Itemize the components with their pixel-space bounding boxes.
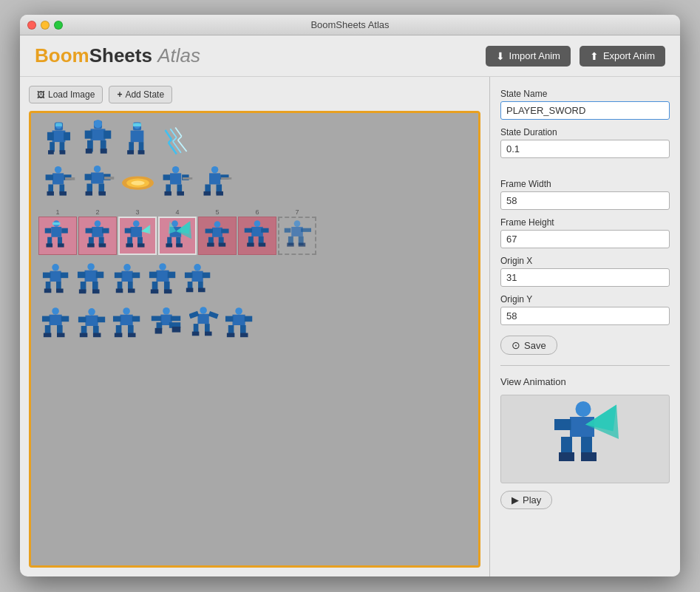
frame-6-box[interactable] [238,217,276,255]
frame-5-box[interactable] [198,217,237,255]
svg-rect-137 [85,270,98,281]
frame-1-wrapper: 1 [38,208,77,255]
svg-rect-119 [261,228,268,232]
svg-rect-169 [50,314,62,324]
svg-rect-220 [559,452,574,461]
frame-1-box[interactable] [38,217,77,255]
sprite-sheet: 1 [31,113,478,565]
left-panel: 🖼 Load Image + Add State [20,77,489,576]
frame-width-input[interactable] [500,191,670,210]
svg-rect-196 [155,328,163,334]
svg-rect-7 [64,132,70,140]
frame-width-label: Frame Width [500,179,670,189]
export-anim-button[interactable]: ⬆ Export Anim [580,46,665,67]
svg-rect-80 [45,228,52,233]
svg-rect-150 [115,272,123,278]
svg-point-192 [163,307,170,315]
svg-rect-166 [185,272,193,278]
app-logo: BoomSheets Atlas [35,44,200,67]
save-button[interactable]: ⊙ Save [500,336,557,355]
app-header: BoomSheets Atlas ⬇ Import Anim ⬆ Export … [20,35,680,77]
frame-6-number: 6 [255,208,259,216]
load-image-button[interactable]: 🖼 Load Image [29,86,103,103]
svg-rect-183 [98,316,106,322]
logo-atlas: Atlas [157,44,200,67]
add-state-button[interactable]: + Add State [109,86,172,103]
window-controls [27,21,63,30]
svg-rect-199 [171,316,180,321]
svg-point-136 [87,263,95,271]
svg-rect-71 [217,191,223,196]
play-button[interactable]: ▶ Play [500,491,552,509]
svg-rect-221 [581,452,597,461]
close-btn[interactable] [27,21,36,30]
sprite-2-0 [41,262,72,299]
svg-point-56 [131,180,144,185]
svg-rect-46 [91,172,103,183]
svg-rect-197 [172,327,181,333]
frame-3-number: 3 [135,208,139,216]
logo-sheets: Sheets [89,44,152,67]
sprite-3-4 [189,307,220,344]
svg-rect-51 [85,174,92,180]
svg-rect-177 [85,315,98,325]
sprite-row-2 [37,262,214,299]
svg-rect-125 [299,242,306,246]
minimize-btn[interactable] [41,21,50,30]
sprite-0-0 [41,119,76,160]
origin-y-input[interactable] [500,307,670,325]
svg-rect-11 [90,129,105,140]
load-image-label: Load Image [48,89,95,100]
frame-2-box[interactable] [78,217,117,255]
svg-rect-41 [60,191,67,196]
svg-rect-82 [52,222,60,225]
svg-point-36 [55,166,61,172]
state-name-input[interactable] [500,101,670,120]
sprite-3-2 [112,307,143,344]
svg-point-18 [94,120,102,128]
svg-rect-185 [120,314,133,324]
svg-rect-53 [104,177,114,180]
canvas-area[interactable]: 1 [29,111,480,568]
svg-rect-174 [42,316,50,321]
frame-7-sprite [283,220,311,252]
svg-rect-61 [164,191,171,196]
svg-rect-15 [101,149,107,154]
titlebar: BoomSheets Atlas [20,15,680,35]
svg-rect-87 [87,243,95,247]
svg-rect-9 [55,123,62,126]
svg-point-152 [159,263,166,271]
svg-rect-73 [221,177,231,180]
svg-rect-167 [203,272,211,278]
svg-rect-5 [60,150,66,154]
origin-x-input[interactable] [500,268,670,287]
frame-3-box[interactable] [118,217,157,255]
sprite-1-2 [159,165,195,201]
svg-rect-14 [86,149,92,154]
frame-1-number: 1 [55,208,59,216]
frame-7-box[interactable] [278,217,316,255]
frame-4-box[interactable] [158,217,197,255]
svg-rect-70 [203,191,210,196]
svg-rect-65 [183,177,192,180]
svg-rect-105 [212,228,222,237]
svg-rect-153 [156,270,169,281]
svg-line-28 [169,140,171,143]
frame-5-number: 5 [215,208,219,216]
svg-rect-6 [47,132,54,140]
frame-height-input[interactable] [500,230,670,248]
svg-point-45 [94,166,101,172]
state-name-group: State Name [500,89,670,120]
svg-rect-96 [137,243,145,247]
sprite-2-3 [148,262,179,299]
svg-point-176 [88,308,95,316]
svg-rect-124 [287,242,294,246]
import-anim-button[interactable]: ⬇ Import Anim [486,46,571,67]
sprite-row-3 [37,307,256,344]
state-duration-input[interactable] [500,140,670,158]
window-title: BoomSheets Atlas [310,19,389,30]
svg-line-33 [175,128,182,137]
svg-rect-44 [65,177,75,180]
maximize-btn[interactable] [54,21,63,30]
state-duration-group: State Duration [500,127,670,158]
